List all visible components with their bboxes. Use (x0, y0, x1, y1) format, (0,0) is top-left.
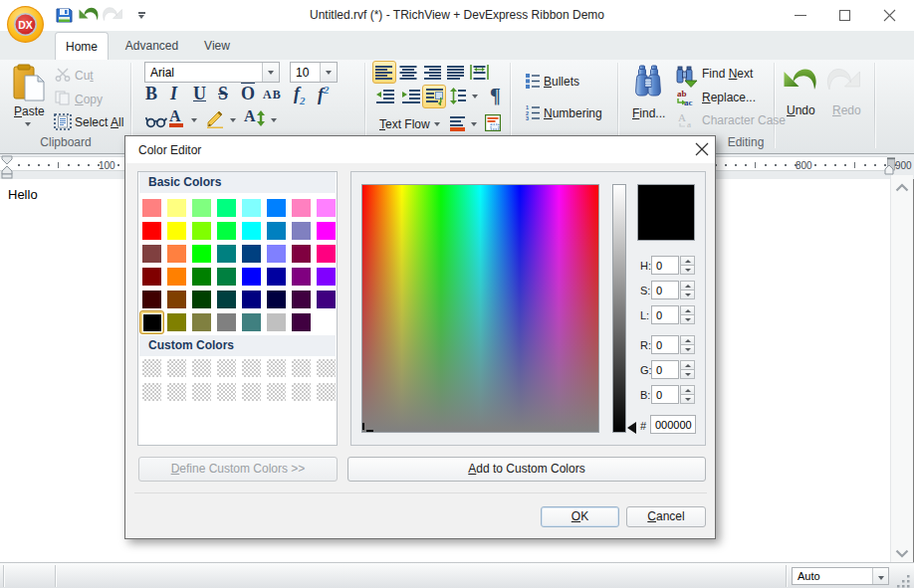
svg-text:ac: ac (684, 98, 693, 106)
svg-text:a: a (687, 119, 691, 128)
svg-text:A: A (678, 111, 686, 123)
svg-text:DX: DX (18, 19, 33, 31)
svg-text:3: 3 (526, 115, 529, 120)
